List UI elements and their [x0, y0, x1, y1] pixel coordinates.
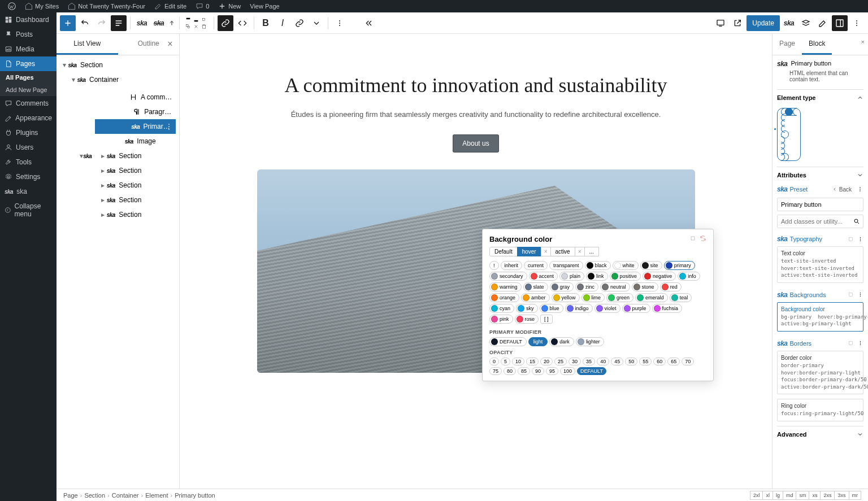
color-neutral[interactable]: neutral: [600, 282, 630, 291]
color-purple[interactable]: purple: [622, 304, 650, 313]
class-search-input[interactable]: [777, 215, 863, 228]
color-fuchsia[interactable]: fuchsia: [652, 304, 683, 313]
viewport-lg[interactable]: lg: [772, 491, 783, 500]
insert-before-icon[interactable]: [185, 17, 191, 23]
section-advanced[interactable]: Advanced: [777, 426, 863, 442]
color-link[interactable]: link: [586, 272, 608, 281]
modifier-dark[interactable]: dark: [549, 337, 574, 346]
opacity-10[interactable]: 10: [512, 358, 524, 365]
color-warning[interactable]: warning: [489, 282, 522, 291]
state-×[interactable]: ×: [575, 247, 585, 256]
color-transparent[interactable]: transparent: [549, 261, 583, 270]
borders-props-1[interactable]: Border color border-primary hover:border…: [777, 351, 863, 394]
typography-props[interactable]: Text color text-site-inverted hover:text…: [777, 246, 863, 283]
wp-menu-ska[interactable]: skaska: [0, 184, 57, 199]
element-chip-template[interactable]: [781, 130, 789, 138]
opacity-70[interactable]: 70: [682, 358, 694, 365]
color-extra[interactable]: [ ]: [540, 315, 553, 324]
opacity-55[interactable]: 55: [639, 358, 652, 365]
canvas[interactable]: A commitment to innovation and sustainab…: [180, 34, 772, 489]
italic-button[interactable]: I: [275, 15, 290, 31]
color-primary[interactable]: primary: [664, 261, 695, 270]
view-page-button[interactable]: [730, 15, 745, 31]
undo-button[interactable]: [77, 15, 93, 31]
ska-icon-1[interactable]: ska: [134, 15, 150, 31]
more-options-button[interactable]: [849, 15, 865, 31]
tab-list-view[interactable]: List View: [57, 34, 118, 55]
color-white[interactable]: white: [613, 261, 639, 270]
opacity-60[interactable]: 60: [653, 358, 666, 365]
list-view-toggle[interactable]: [111, 15, 127, 31]
opacity-50[interactable]: 50: [625, 358, 637, 365]
modifier-DEFAULT[interactable]: DEFAULT: [489, 337, 527, 346]
section-attributes[interactable]: Attributes: [777, 167, 863, 183]
color-rose[interactable]: rose: [515, 315, 539, 324]
tree-item-primary-button[interactable]: ska Primary button ⋮: [95, 119, 176, 134]
viewport-2xl[interactable]: 2xl: [750, 491, 763, 500]
wp-menu-collapse-menu[interactable]: Collapse menu: [0, 199, 57, 221]
color-plain[interactable]: plain: [559, 272, 584, 281]
move-up-button[interactable]: [168, 15, 176, 31]
color-zinc[interactable]: zinc: [575, 282, 598, 291]
delete-icon[interactable]: [201, 24, 207, 29]
copy-icon[interactable]: [848, 291, 854, 298]
page-heading[interactable]: A commitment to innovation and sustainab…: [255, 73, 696, 98]
copy-icon[interactable]: [689, 235, 696, 242]
tree-item-div[interactable]: ▾ ska A commitment to innovati... Paragr…: [57, 87, 179, 225]
opacity-85[interactable]: 85: [518, 367, 530, 375]
color-violet[interactable]: violet: [594, 304, 620, 313]
wp-menu-posts[interactable]: Posts: [0, 27, 57, 42]
state-Default[interactable]: Default: [489, 247, 518, 256]
color-green[interactable]: green: [606, 293, 633, 302]
state-...[interactable]: ...: [584, 247, 599, 256]
color-yellow[interactable]: yellow: [552, 293, 580, 302]
submenu-add-new[interactable]: Add New Page: [0, 84, 57, 96]
breadcrumb-primary button[interactable]: Primary button: [175, 492, 215, 499]
color-accent[interactable]: accent: [529, 272, 558, 281]
site-name[interactable]: Not Twenty Twenty-Four: [63, 2, 150, 10]
redo-button[interactable]: [94, 15, 110, 31]
color-blue[interactable]: blue: [540, 304, 563, 313]
back-button[interactable]: Back: [839, 186, 852, 193]
ska-toolbar-button[interactable]: ska: [781, 15, 797, 31]
options-button[interactable]: [332, 15, 348, 31]
tab-page[interactable]: Page: [772, 34, 802, 55]
bold-button[interactable]: B: [258, 15, 274, 31]
modifier-light[interactable]: light: [528, 337, 548, 346]
cut-icon[interactable]: [193, 24, 199, 29]
more-icon[interactable]: [857, 291, 863, 298]
reset-icon[interactable]: [700, 235, 706, 242]
close-list-view[interactable]: ×: [164, 38, 176, 50]
opacity-35[interactable]: 35: [583, 358, 595, 365]
edit-site[interactable]: Edit site: [150, 2, 191, 10]
link-inline-button[interactable]: [292, 15, 307, 31]
color-inherit[interactable]: inherit: [501, 261, 523, 270]
modifier-lighter[interactable]: lighter: [576, 337, 605, 346]
view-page[interactable]: View Page: [245, 3, 284, 10]
update-button[interactable]: Update: [747, 15, 780, 31]
color-emerald[interactable]: emerald: [635, 293, 668, 302]
tree-item-paragraph[interactable]: Paragraph: [95, 104, 176, 119]
tree-item-image[interactable]: ska Image: [95, 134, 176, 149]
element-chip-ul[interactable]: [781, 114, 797, 155]
color-info[interactable]: info: [678, 272, 700, 281]
element-chip-section[interactable]: [781, 108, 797, 161]
device-preview-button[interactable]: [713, 15, 728, 31]
color-pink[interactable]: pink: [489, 315, 513, 324]
color-black[interactable]: black: [585, 261, 611, 270]
about-us-button[interactable]: About us: [453, 134, 498, 153]
preset-input[interactable]: [777, 198, 863, 211]
wp-menu-tools[interactable]: Tools: [0, 155, 57, 169]
tree-item-container[interactable]: ▾ ska Container: [57, 72, 179, 87]
copy-icon[interactable]: [848, 236, 854, 242]
state-hover[interactable]: hover: [517, 247, 541, 256]
viewport-mr[interactable]: mr: [849, 491, 862, 500]
color-red[interactable]: red: [660, 282, 682, 291]
more-icon[interactable]: [857, 236, 863, 242]
tree-item-section[interactable]: ▸ ska Section: [95, 163, 176, 178]
opacity-0[interactable]: 0: [489, 358, 499, 365]
wp-menu-users[interactable]: Users: [0, 140, 57, 155]
color-![interactable]: !: [489, 261, 499, 270]
element-chip-a[interactable]: [785, 108, 793, 116]
viewport-3xs[interactable]: 3xs: [834, 491, 849, 500]
